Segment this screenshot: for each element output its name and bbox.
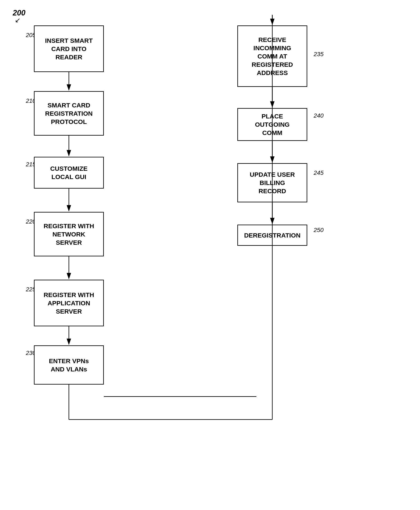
- box-deregistration: DEREGISTRATION: [237, 225, 307, 246]
- box-smart-card-registration: SMART CARDREGISTRATIONPROTOCOL: [34, 91, 104, 135]
- box-register-network-server: REGISTER WITHNETWORKSERVER: [34, 212, 104, 256]
- figure-arrow: ↙: [15, 16, 21, 24]
- step-label-245: 245: [314, 170, 323, 176]
- flow-arrows: [13, 8, 407, 504]
- box-place-outgoing-comm: PLACEOUTGOINGCOMM: [237, 108, 307, 141]
- step-label-250: 250: [314, 227, 323, 233]
- box-receive-incoming-comm: RECEIVEINCOMMINGCOMM ATREGISTEREDADDRESS: [237, 25, 307, 87]
- step-label-240: 240: [314, 112, 323, 119]
- box-enter-vpns-vlans: ENTER VPNsAND VLANs: [34, 345, 104, 385]
- diagram-container: 200 ↙ 205 INSERT SMARTCARD INTOREADER 21…: [13, 8, 407, 504]
- svg-rect-13: [104, 396, 256, 397]
- step-label-235: 235: [314, 51, 323, 58]
- box-insert-smart-card: INSERT SMARTCARD INTOREADER: [34, 25, 104, 72]
- box-register-application-server: REGISTER WITHAPPLICATIONSERVER: [34, 280, 104, 326]
- box-update-user-billing: UPDATE USERBILLINGRECORD: [237, 163, 307, 202]
- box-customize-local-gui: CUSTOMIZELOCAL GUI: [34, 157, 104, 188]
